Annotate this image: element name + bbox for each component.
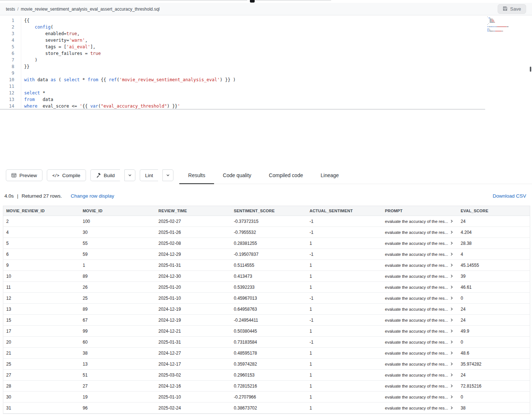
results-table-body: 21002025-02-27-0.37372315-1evaluate the … (3, 216, 530, 414)
code-lines: 1{{2 config(3 enabled=true,4 severity='w… (0, 17, 532, 109)
cell-prompt: evaluate the accuracy of the res... (382, 238, 458, 248)
save-button[interactable]: Save (498, 4, 526, 14)
chevron-right-icon[interactable] (450, 351, 453, 355)
change-row-display-link[interactable]: Change row display (71, 193, 114, 199)
chevron-right-icon[interactable] (450, 362, 453, 366)
row-count: Returned 27 rows. (22, 193, 62, 199)
minimap-line (487, 31, 528, 32)
scrollbar-thumb[interactable] (530, 67, 531, 72)
compile-button[interactable]: </> Compile (47, 169, 86, 181)
chevron-right-icon[interactable] (450, 384, 453, 388)
code-line[interactable]: 7 ) (0, 57, 532, 63)
chevron-right-icon[interactable] (450, 318, 453, 322)
editor-scrollbar[interactable] (529, 15, 532, 167)
code-line[interactable]: 4 severity='warn', (0, 37, 532, 44)
code-line[interactable]: 2 config( (0, 24, 532, 30)
minimap-mark (494, 22, 495, 23)
cell-movie_id: 60 (80, 337, 156, 347)
cell-actual_sentiment: 1 (307, 370, 382, 380)
preview-label: Preview (19, 173, 37, 178)
tab-indicator (250, 0, 255, 3)
preview-button[interactable]: Preview (6, 169, 42, 181)
cell-prompt: evaluate the accuracy of the res... (382, 260, 458, 270)
cell-eval_score: 46.61 (458, 282, 530, 292)
browser-edge (0, 0, 532, 3)
column-header-eval_score[interactable]: EVAL_SCORE (458, 206, 530, 216)
chevron-right-icon[interactable] (450, 253, 453, 256)
download-csv-link[interactable]: Download CSV (492, 193, 526, 199)
cell-movie_review_id: 28 (3, 381, 80, 391)
chevron-right-icon[interactable] (450, 220, 453, 223)
column-header-movie_review_id[interactable]: MOVIE_REVIEW_ID (3, 206, 80, 216)
line-number: 8 (0, 63, 21, 70)
cell-review_time: 2024-12-21 (156, 326, 231, 336)
code-text (21, 83, 24, 90)
chevron-right-icon[interactable] (450, 395, 453, 399)
lint-button[interactable]: Lint (140, 169, 158, 181)
build-button[interactable]: Build (90, 169, 120, 181)
code-line[interactable]: 11 (0, 83, 532, 90)
cell-actual_sentiment: -1 (307, 315, 382, 325)
chevron-right-icon[interactable] (450, 231, 453, 234)
tab-results[interactable]: Results (179, 167, 214, 184)
column-header-movie_id[interactable]: MOVIE_ID (80, 206, 156, 216)
chevron-right-icon[interactable] (450, 296, 453, 300)
cell-sentiment_score: 0.5114555 (231, 260, 307, 270)
minimap[interactable] (487, 16, 528, 32)
cell-movie_id: 96 (80, 403, 156, 413)
code-line[interactable]: 5 tags = ['ai_eval'], (0, 44, 532, 50)
code-line[interactable]: 13from data (0, 96, 532, 103)
cell-prompt: evaluate the accuracy of the res... (382, 304, 458, 314)
cell-review_time: 2025-01-26 (156, 227, 231, 238)
cell-sentiment_score: 0.48595178 (231, 348, 307, 358)
cell-sentiment_score: 0.38673702 (231, 403, 307, 413)
code-line[interactable]: 9 (0, 70, 532, 76)
chevron-right-icon[interactable] (450, 242, 453, 245)
chevron-right-icon[interactable] (450, 340, 453, 344)
cell-movie_review_id: 31 (3, 403, 80, 413)
cell-sentiment_score: -0.37372315 (231, 216, 307, 227)
line-number: 14 (0, 103, 21, 109)
code-text: where eval_score <= '{{ var("eval_accura… (21, 103, 180, 109)
minimap-mark (487, 24, 488, 25)
cell-movie_review_id: 20 (3, 337, 80, 347)
line-number: 13 (0, 96, 21, 103)
code-line[interactable]: 14where eval_score <= '{{ var("eval_accu… (0, 103, 485, 109)
breadcrumb-folder[interactable]: tests (6, 7, 15, 12)
code-line[interactable]: 12select * (0, 90, 532, 96)
chevron-right-icon[interactable] (450, 406, 453, 410)
code-line[interactable]: 6 store_failures = true (0, 50, 532, 57)
code-line[interactable]: 1{{ (0, 17, 532, 24)
chevron-right-icon[interactable] (450, 329, 453, 333)
code-line[interactable]: 8}} (0, 63, 532, 70)
line-number: 7 (0, 57, 21, 63)
code-line[interactable]: 3 enabled=true, (0, 30, 532, 37)
tab-compiled-code[interactable]: Compiled code (260, 167, 312, 184)
cell-review_time: 2025-02-27 (156, 216, 231, 227)
column-header-actual_sentiment[interactable]: ACTUAL_SENTIMENT (307, 206, 382, 216)
column-header-sentiment_score[interactable]: SENTIMENT_SCORE (231, 206, 307, 216)
cell-prompt: evaluate the accuracy of the res... (382, 403, 458, 413)
chevron-right-icon[interactable] (450, 373, 453, 377)
lint-dropdown-button[interactable] (162, 169, 173, 181)
chevron-right-icon[interactable] (450, 307, 453, 311)
code-editor[interactable]: 1{{2 config(3 enabled=true,4 severity='w… (0, 15, 532, 167)
tab-code-quality[interactable]: Code quality (214, 167, 260, 184)
build-dropdown-button[interactable] (124, 169, 135, 181)
code-line[interactable]: 10with data as ( select * from {{ ref('m… (0, 76, 532, 83)
prompt-text: evaluate the accuracy of the res... (385, 274, 448, 278)
cell-sentiment_score: 0.72815216 (231, 381, 307, 391)
chevron-right-icon[interactable] (450, 263, 453, 267)
prompt-text: evaluate the accuracy of the res... (385, 329, 448, 333)
line-number: 5 (0, 44, 21, 50)
code-text: {{ (21, 17, 29, 24)
cell-eval_score: 0 (458, 392, 530, 402)
chevron-right-icon[interactable] (450, 274, 453, 278)
cell-movie_review_id: 11 (3, 282, 80, 292)
lint-button-group: Lint (140, 169, 174, 181)
column-header-review_time[interactable]: REVIEW_TIME (156, 206, 231, 216)
chevron-right-icon[interactable] (450, 285, 453, 289)
cell-prompt: evaluate the accuracy of the res... (382, 227, 458, 238)
column-header-prompt[interactable]: PROMPT (382, 206, 458, 216)
tab-lineage[interactable]: Lineage (312, 167, 348, 184)
